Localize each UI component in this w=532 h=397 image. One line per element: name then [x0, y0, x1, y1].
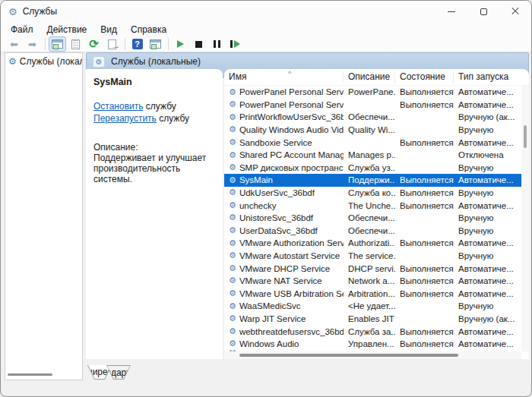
help-button[interactable]: [128, 36, 146, 52]
service-row[interactable]: UserDataSvc_36bdfОбеспечи...Вручную: [224, 225, 521, 238]
service-row[interactable]: SMP дисковых пространст...Служба уз...Вр…: [224, 162, 521, 175]
service-gear-icon: [229, 213, 236, 222]
service-row[interactable]: VMware DHCP ServiceDHCP servi...Выполняе…: [224, 262, 521, 275]
restart-service-button[interactable]: [226, 36, 244, 52]
console-tree-panel: Службы (локальные): [5, 52, 83, 380]
minimize-button[interactable]: [435, 1, 467, 22]
service-row[interactable]: VMware NAT ServiceNetwork a...Выполняетс…: [224, 275, 521, 288]
menu-action[interactable]: Действие: [40, 23, 94, 36]
service-name: Sandboxie Service: [239, 138, 312, 147]
column-header-startup-type[interactable]: Тип запуска: [454, 71, 529, 83]
service-description: Quality Wi...: [344, 125, 395, 134]
service-description-text: Поддерживает и улучшает производительнос…: [93, 153, 209, 184]
service-startup: Вручную: [454, 163, 521, 172]
services-gear-icon: [93, 56, 105, 68]
forward-button[interactable]: [24, 36, 41, 52]
stop-service-button[interactable]: [190, 36, 207, 52]
service-row[interactable]: UnistoreSvc_36bdfОбеспечи...Вручную: [224, 212, 521, 225]
menu-help[interactable]: Справка: [124, 23, 173, 36]
close-button[interactable]: [499, 1, 531, 22]
service-startup: Вручную: [454, 125, 521, 134]
scrollbar-thumb[interactable]: [524, 125, 527, 148]
service-name: PrintWorkflowUserSvc_36bdf: [239, 112, 344, 121]
service-name: Windows Audio: [239, 339, 299, 348]
service-state: Выполняется: [395, 201, 454, 210]
service-description: Обеспечи...: [344, 112, 395, 121]
service-name: SysMain: [239, 175, 273, 184]
service-row[interactable]: VMware Authorization Servi...Authorizati…: [224, 237, 521, 250]
back-arrow-icon: [10, 39, 18, 50]
service-gear-icon: [229, 314, 236, 323]
toolbar-separator: [45, 38, 46, 50]
service-description: Служба за...: [344, 327, 395, 336]
service-name: VMware USB Arbitration Ser...: [239, 289, 344, 298]
service-description: Служба уз...: [344, 163, 395, 172]
start-service-button[interactable]: [172, 36, 189, 52]
restart-service-link[interactable]: Перезапустить: [93, 113, 157, 124]
list-vertical-scrollbar[interactable]: [521, 86, 529, 351]
services-gear-icon: [8, 56, 17, 67]
services-panel: Службы (локальные) SysMain Остановить сл…: [86, 52, 529, 381]
scrollbar-thumb[interactable]: [239, 354, 458, 357]
tree-item-services-local[interactable]: Службы (локальные): [5, 53, 82, 70]
service-row[interactable]: UdkUserSvc_36bdfСлужба ко...ВыполняетсяВ…: [224, 187, 521, 200]
tree-horizontal-scrollbar[interactable]: [8, 370, 80, 378]
restart-icon: [230, 40, 240, 48]
service-startup: Автоматиче...: [454, 201, 521, 210]
column-header-state[interactable]: Состояние: [395, 71, 454, 83]
service-row[interactable]: SysMainПоддержи...ВыполняетсяАвтоматиче.…: [224, 174, 521, 187]
service-gear-icon: [229, 289, 236, 298]
service-description: Authorizati...: [344, 238, 395, 247]
service-startup: Автоматиче...: [454, 100, 521, 109]
service-gear-icon: [229, 100, 236, 109]
service-startup: Автоматиче...: [454, 264, 521, 273]
service-gear-icon: [229, 163, 236, 172]
window-controls: [435, 1, 531, 22]
scrollbar-thumb[interactable]: [8, 373, 52, 376]
service-state: Выполняется: [395, 264, 454, 273]
export-list-button[interactable]: [103, 36, 121, 52]
tab-standard[interactable]: СтандартныйСтандартный: [106, 365, 131, 380]
list-horizontal-scrollbar[interactable]: [224, 351, 521, 359]
toolbar-separator: [168, 38, 169, 50]
service-row[interactable]: Windows AudioУправлен...ВыполняетсяАвтом…: [224, 338, 521, 351]
service-gear-icon: [229, 176, 236, 185]
back-button[interactable]: [5, 36, 23, 52]
service-startup: Вручную: [454, 251, 521, 260]
service-row[interactable]: PrintWorkflowUserSvc_36bdfОбеспечи...Вру…: [224, 111, 521, 124]
service-row[interactable]: Sandboxie ServiceВыполняетсяАвтоматиче..…: [224, 136, 521, 149]
service-row[interactable]: Shared PC Account ManagerManages p...Отк…: [224, 149, 521, 162]
service-name: PowerPanel Personal Servic...: [239, 100, 344, 109]
service-row[interactable]: WaaSMedicSvc<Не удает...Вручную: [224, 300, 521, 313]
services-rows: PowerPanel Personal ServicePowerPane...В…: [224, 86, 521, 351]
pause-service-button[interactable]: [208, 36, 226, 52]
stop-service-link[interactable]: Остановить: [93, 101, 144, 112]
service-row[interactable]: Warp JIT ServiceEnables JIT ...Вручную (…: [224, 313, 521, 326]
service-row[interactable]: PowerPanel Personal Servic...Выполняется…: [224, 99, 521, 112]
refresh-button[interactable]: [85, 36, 103, 52]
service-row[interactable]: uncheckyThe Unche...ВыполняетсяАвтоматич…: [224, 199, 521, 212]
service-row[interactable]: Quality Windows Audio Vid...Quality Wi..…: [224, 124, 521, 137]
menu-view[interactable]: Вид: [93, 23, 124, 36]
service-row[interactable]: VMware Autostart ServiceThe service...Вр…: [224, 250, 521, 263]
service-name: VMware Autostart Service: [239, 251, 340, 260]
properties-button[interactable]: [67, 36, 84, 52]
service-gear-icon: [229, 125, 236, 134]
column-header-description[interactable]: Описание: [344, 71, 395, 83]
show-action-pane-button[interactable]: [147, 36, 164, 52]
service-state: Выполняется: [395, 276, 454, 285]
service-description: Служба ко...: [344, 188, 395, 197]
service-startup: Автоматиче...: [454, 138, 521, 147]
service-description: Поддержи...: [344, 175, 395, 184]
service-state: Выполняется: [395, 138, 454, 147]
maximize-icon: [480, 8, 487, 15]
maximize-button[interactable]: [467, 1, 499, 22]
column-header-name[interactable]: Имя: [224, 71, 344, 83]
service-row[interactable]: PowerPanel Personal ServicePowerPane...В…: [224, 86, 521, 99]
service-row[interactable]: webthreatdefusersvc_36bdfСлужба за...Вып…: [224, 325, 521, 338]
console-tree-icon: [52, 39, 63, 49]
service-row[interactable]: VMware USB Arbitration Ser...Arbitration…: [224, 288, 521, 301]
menu-file[interactable]: Файл: [4, 23, 40, 36]
stop-link-suffix: службу: [144, 101, 176, 112]
show-console-tree-button[interactable]: [49, 36, 66, 52]
